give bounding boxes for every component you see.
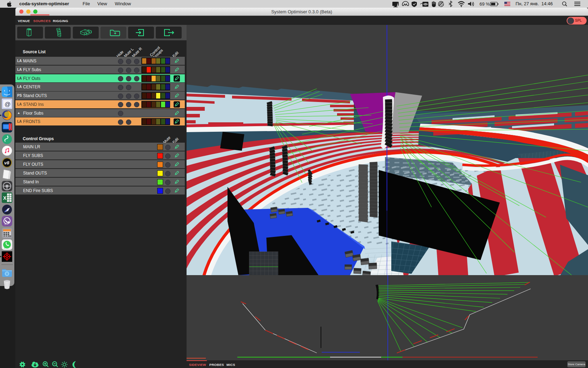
svg-text:@: @	[5, 101, 10, 108]
svg-text:X: X	[3, 195, 7, 201]
svg-text:69 %: 69 %	[479, 1, 490, 7]
svg-text:v8: v8	[4, 160, 9, 165]
